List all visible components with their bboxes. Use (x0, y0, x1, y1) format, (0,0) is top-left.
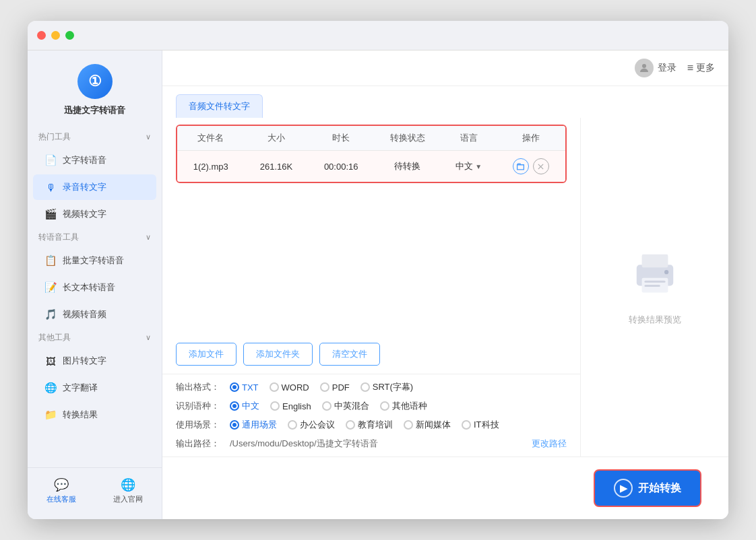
chevron-down-icon: ∨ (146, 133, 151, 141)
sidebar-item-batch-tts[interactable]: 📋 批量文字转语音 (33, 248, 156, 273)
scene-group: 通用场景 办公会议 教育培训 (230, 419, 499, 431)
sidebar-item-audio-to-text[interactable]: 🎙 录音转文字 (33, 174, 156, 200)
scene-it-option[interactable]: IT科技 (462, 419, 499, 431)
col-size: 大小 (245, 126, 309, 151)
output-format-group: TXT WORD PDF (230, 381, 413, 393)
format-srt-option[interactable]: SRT(字幕) (360, 381, 413, 393)
lang-other-option[interactable]: 其他语种 (380, 400, 427, 412)
empty-area (176, 190, 567, 343)
long-text-icon: 📝 (44, 281, 57, 294)
lang-english-option[interactable]: English (270, 401, 311, 411)
output-path-value: /Users/modu/Desktop/迅捷文字转语音 (230, 438, 526, 450)
recognition-language-row: 识别语种： 中文 English (176, 400, 567, 412)
output-format-label: 输出格式： (176, 381, 224, 393)
recognition-label: 识别语种： (176, 400, 224, 412)
minimize-button[interactable] (51, 31, 60, 40)
radio-chinese (230, 401, 239, 411)
cell-duration: 00:00:16 (308, 151, 374, 182)
add-folder-button[interactable]: 添加文件夹 (243, 343, 313, 366)
bottom-bar: ▶ 开始转换 (162, 457, 728, 519)
chevron-down-icon-2: ∨ (146, 233, 151, 242)
open-folder-button[interactable] (513, 158, 529, 174)
language-select[interactable]: 中文 ▼ (455, 160, 482, 172)
file-table: 文件名 大小 时长 转换状态 语言 操作 (177, 126, 565, 182)
scene-label: 使用场景： (176, 419, 224, 431)
sidebar-item-video-audio[interactable]: 🎵 视频转音频 (33, 302, 156, 327)
sidebar-item-long-text-tts[interactable]: 📝 长文本转语音 (33, 275, 156, 300)
radio-english (270, 401, 280, 411)
clear-files-button[interactable]: 清空文件 (319, 343, 380, 366)
radio-mixed (322, 401, 332, 411)
radio-it (462, 420, 471, 430)
more-button[interactable]: ≡ 更多 (687, 62, 715, 74)
online-service-button[interactable]: 💬 在线客服 (28, 473, 95, 508)
col-action: 操作 (497, 126, 565, 151)
options-section: 输出格式： TXT WORD (162, 374, 580, 457)
titlebar (28, 21, 728, 50)
section-header-tts-tools: 转语音工具 ∨ (28, 228, 162, 247)
sidebar-item-convert-result[interactable]: 📁 转换结果 (33, 402, 156, 428)
sidebar-item-video-to-text[interactable]: 🎬 视频转文字 (33, 201, 156, 227)
radio-office (288, 420, 297, 430)
output-path-label: 输出路径： (176, 438, 224, 450)
tab-bar: 音频文件转文字 (162, 86, 728, 118)
tab-audio-to-text[interactable]: 音频文件转文字 (176, 94, 263, 118)
radio-general (230, 420, 239, 430)
scene-news-option[interactable]: 新闻媒体 (404, 419, 451, 431)
format-word-option[interactable]: WORD (270, 382, 309, 393)
scene-education-option[interactable]: 教育培训 (346, 419, 393, 431)
enter-website-button[interactable]: 🌐 进入官网 (95, 473, 162, 508)
col-duration: 时长 (308, 126, 374, 151)
radio-word (270, 382, 279, 392)
right-panel: 转换结果预览 (580, 118, 728, 457)
svg-point-0 (642, 64, 646, 68)
convert-result-icon: 📁 (44, 408, 57, 421)
radio-other-lang (380, 401, 389, 411)
video-audio-icon: 🎵 (44, 308, 57, 321)
close-button[interactable] (37, 31, 46, 40)
sidebar: ① 迅捷文字转语音 热门工具 ∨ 📄 文字转语音 🎙 录音转文字 🎬 视频转文字 (28, 50, 162, 519)
cell-actions (497, 151, 565, 182)
cell-filename: 1(2).mp3 (177, 151, 245, 182)
col-language: 语言 (441, 126, 497, 151)
content-body: 文件名 大小 时长 转换状态 语言 操作 (162, 118, 728, 457)
change-path-button[interactable]: 更改路径 (532, 438, 567, 450)
table-row: 1(2).mp3 261.16K 00:00:16 待转换 中文 ▼ (177, 151, 565, 182)
preview-text: 转换结果预览 (629, 314, 681, 326)
maximize-button[interactable] (65, 31, 74, 40)
batch-tts-icon: 📋 (44, 254, 57, 267)
output-path-row: 输出路径： /Users/modu/Desktop/迅捷文字转语音 更改路径 (176, 438, 567, 450)
menu-icon: ≡ (687, 62, 693, 74)
format-pdf-option[interactable]: PDF (320, 382, 350, 393)
chevron-down-icon: ▼ (475, 163, 482, 170)
cell-status: 待转换 (374, 151, 441, 182)
format-txt-option[interactable]: TXT (230, 382, 259, 393)
add-file-button[interactable]: 添加文件 (176, 343, 237, 366)
user-login-area[interactable]: 登录 (635, 59, 676, 77)
cell-language[interactable]: 中文 ▼ (441, 151, 497, 182)
svg-point-8 (664, 270, 668, 274)
sidebar-item-image-to-text[interactable]: 🖼 图片转文字 (33, 348, 156, 374)
remove-file-button[interactable] (533, 158, 549, 174)
left-panel: 文件名 大小 时长 转换状态 语言 操作 (162, 118, 580, 457)
action-icons (505, 158, 557, 174)
content-header: 登录 ≡ 更多 (162, 50, 728, 86)
scene-office-option[interactable]: 办公会议 (288, 419, 335, 431)
start-convert-button[interactable]: ▶ 开始转换 (594, 469, 701, 507)
sidebar-footer: 💬 在线客服 🌐 进入官网 (28, 467, 162, 508)
audio-to-text-icon: 🎙 (44, 180, 57, 194)
image-to-text-icon: 🖼 (44, 354, 57, 368)
lang-mixed-option[interactable]: 中英混合 (322, 400, 369, 412)
action-buttons-row: 添加文件 添加文件夹 清空文件 (176, 343, 567, 374)
chevron-down-icon-3: ∨ (146, 333, 151, 342)
sidebar-item-text-to-speech[interactable]: 📄 文字转语音 (33, 147, 156, 173)
online-service-icon: 💬 (54, 477, 69, 492)
svg-rect-4 (641, 254, 668, 267)
sidebar-item-translate[interactable]: 🌐 文字翻译 (33, 375, 156, 401)
svg-rect-7 (644, 284, 660, 286)
lang-chinese-option[interactable]: 中文 (230, 400, 259, 412)
logo-area: ① 迅捷文字转语音 (28, 61, 162, 127)
scene-general-option[interactable]: 通用场景 (230, 419, 277, 431)
video-to-text-icon: 🎬 (44, 207, 57, 221)
recognition-language-group: 中文 English 中英混合 (230, 400, 427, 412)
